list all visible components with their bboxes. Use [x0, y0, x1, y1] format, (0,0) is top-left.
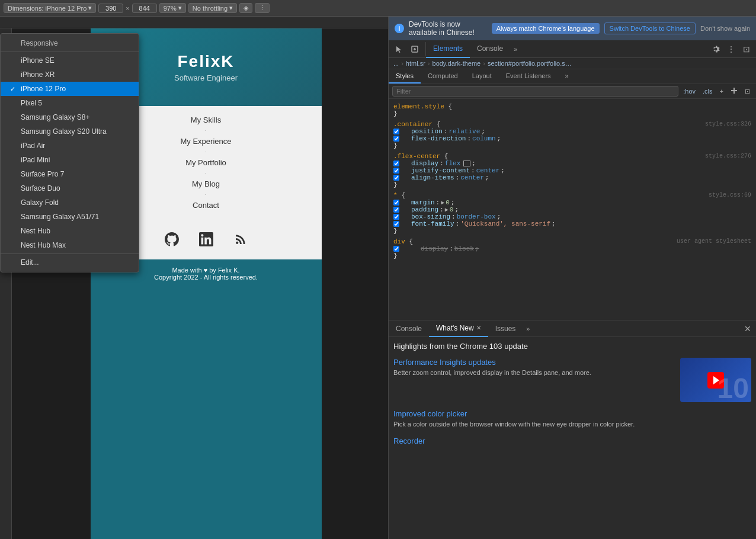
feature-card-title-perf[interactable]: Performance Insights updates: [393, 358, 673, 367]
inspect-tool-btn[interactable]: [408, 42, 422, 56]
dont-show-again-link[interactable]: Don't show again: [700, 25, 750, 32]
devtools-panel: i DevTools is now available in Chinese! …: [388, 17, 756, 539]
highlights-title: Highlights from the Chrome 103 update: [393, 342, 751, 351]
width-input[interactable]: [98, 4, 123, 13]
ipad-mini-option[interactable]: iPad Mini: [1, 153, 139, 167]
responsive-option[interactable]: Responsive: [1, 36, 139, 50]
network-conditions-btn[interactable]: ◈: [239, 3, 252, 13]
breadcrumb-dots[interactable]: ...: [393, 60, 399, 67]
bottom-tab-console[interactable]: Console: [389, 320, 429, 337]
computed-tab[interactable]: Computed: [421, 69, 465, 84]
surface-duo-option[interactable]: Surface Duo: [1, 181, 139, 195]
hov-toggle[interactable]: :hov: [681, 86, 698, 96]
css-selector-star[interactable]: *: [393, 192, 398, 199]
galaxy-fold-option[interactable]: Galaxy Fold: [1, 195, 139, 210]
iphone-12-pro-option[interactable]: ✓ iPhone 12 Pro: [1, 82, 139, 96]
css-selector-element-style[interactable]: element.style: [393, 103, 444, 110]
css-checkbox-display[interactable]: [393, 161, 399, 166]
css-checkbox-flexdir[interactable]: [393, 136, 399, 142]
styles-more-btn[interactable]: ⊡: [742, 86, 752, 97]
feature-card-title-recorder[interactable]: Recorder: [393, 437, 751, 445]
nest-hub-option[interactable]: Nest Hub: [1, 224, 139, 238]
height-input[interactable]: [132, 4, 157, 13]
css-value-boxsizing[interactable]: border-box: [457, 213, 496, 220]
styles-tab[interactable]: Styles: [389, 69, 421, 84]
bottom-tab-issues[interactable]: Issues: [488, 320, 523, 337]
breadcrumb-body[interactable]: body.dark-theme: [433, 60, 481, 67]
css-checkbox-justify[interactable]: [393, 168, 399, 174]
match-language-btn[interactable]: Always match Chrome's language: [492, 23, 600, 34]
breadcrumb-section[interactable]: section#portfolio.portfolio.s…: [488, 60, 572, 67]
css-checkbox-position[interactable]: [393, 129, 399, 134]
event-listeners-tab[interactable]: Event Listeners: [499, 69, 558, 84]
menu-contact[interactable]: Contact: [193, 197, 219, 213]
settings-btn[interactable]: [709, 42, 723, 56]
margin-expand[interactable]: ▶: [441, 199, 444, 206]
cursor-tool-btn[interactable]: [392, 42, 406, 56]
css-value-flexdir[interactable]: column: [472, 135, 496, 142]
throttle-dropdown[interactable]: No throttling ▾: [188, 3, 237, 13]
css-value-fontfamily[interactable]: 'Quicksand', sans-serif: [460, 220, 550, 227]
samsung-s8-option[interactable]: Samsung Galaxy S8+: [1, 110, 139, 124]
tab-elements[interactable]: Elements: [426, 40, 470, 58]
zoom-dropdown[interactable]: 97% ▾: [159, 3, 186, 13]
styles-tab-more[interactable]: »: [558, 69, 576, 84]
css-source-star[interactable]: style.css:69: [709, 192, 751, 198]
add-style-btn[interactable]: +: [717, 86, 726, 96]
ipad-air-option[interactable]: iPad Air: [1, 139, 139, 153]
tab-console[interactable]: Console: [470, 40, 510, 58]
css-checkbox-fontfamily[interactable]: [393, 221, 399, 227]
css-value-justify[interactable]: center: [476, 167, 500, 174]
samsung-s20-option[interactable]: Samsung Galaxy S20 Ultra: [1, 124, 139, 139]
feature-card-title-color[interactable]: Improved color picker: [393, 409, 751, 418]
more-options-btn[interactable]: ⋮: [255, 3, 270, 13]
css-checkbox-boxsizing[interactable]: [393, 214, 399, 220]
css-value-display-ua[interactable]: block: [454, 245, 474, 252]
cls-toggle[interactable]: .cls: [700, 86, 715, 96]
tab-more-btn[interactable]: »: [510, 46, 521, 53]
css-checkbox-padding[interactable]: [393, 207, 399, 213]
nest-hub-max-option[interactable]: Nest Hub Max: [1, 238, 139, 252]
switch-chinese-btn[interactable]: Switch DevTools to Chinese: [604, 23, 696, 34]
css-selector-div[interactable]: div: [393, 238, 405, 245]
menu-my-experience[interactable]: My Experience: [181, 133, 232, 149]
flex-layout-icon[interactable]: [463, 161, 470, 166]
css-selector-flex-center[interactable]: .flex-center: [393, 153, 440, 160]
css-value-margin[interactable]: 0: [446, 199, 450, 206]
pixel-5-option[interactable]: Pixel 5: [1, 96, 139, 110]
yt-thumb-bg: 10: [680, 358, 751, 402]
css-checkbox-margin[interactable]: [393, 200, 399, 206]
dimensions-dropdown[interactable]: Dimensions: iPhone 12 Pro ▾: [4, 3, 96, 13]
bottom-tab-more[interactable]: »: [523, 325, 533, 332]
close-whats-new-btn[interactable]: ✕: [476, 325, 481, 331]
styles-filter-input[interactable]: [392, 86, 678, 97]
menu-my-skills[interactable]: My Skills: [191, 112, 221, 128]
bottom-tab-whats-new[interactable]: What's New ✕: [429, 320, 488, 337]
surface-pro-7-option[interactable]: Surface Pro 7: [1, 167, 139, 181]
layout-tab[interactable]: Layout: [465, 69, 499, 84]
css-source-container[interactable]: style.css:326: [705, 121, 751, 127]
css-source-flex-center[interactable]: style.css:276: [705, 153, 751, 159]
samsung-a51-option[interactable]: Samsung Galaxy A51/71: [1, 210, 139, 224]
css-value-padding[interactable]: 0: [450, 206, 454, 213]
padding-expand[interactable]: ▶: [445, 206, 449, 213]
edit-option[interactable]: Edit...: [1, 255, 139, 270]
github-icon[interactable]: [164, 231, 180, 248]
more-devtools-btn[interactable]: ⋮: [724, 42, 738, 56]
menu-my-blog[interactable]: My Blog: [192, 176, 220, 192]
menu-my-portfolio[interactable]: My Portfolio: [185, 155, 226, 171]
css-value-align[interactable]: center: [460, 174, 484, 181]
iphone-se-option[interactable]: iPhone SE: [1, 53, 139, 68]
dock-btn[interactable]: ⊡: [739, 42, 754, 56]
css-selector-container[interactable]: .container: [393, 121, 433, 128]
blog-icon[interactable]: [232, 231, 249, 248]
linkedin-icon[interactable]: [198, 231, 214, 248]
css-value-display[interactable]: flex: [445, 160, 460, 167]
css-checkbox-align[interactable]: [393, 175, 399, 181]
css-checkbox-display-ua[interactable]: [393, 246, 399, 252]
css-value-position[interactable]: relative: [449, 128, 480, 135]
iphone-xr-option[interactable]: iPhone XR: [1, 68, 139, 82]
breadcrumb-html[interactable]: html.sr: [406, 60, 425, 67]
close-bottom-panel-btn[interactable]: ✕: [744, 324, 756, 333]
new-style-rule-btn[interactable]: [728, 86, 740, 97]
